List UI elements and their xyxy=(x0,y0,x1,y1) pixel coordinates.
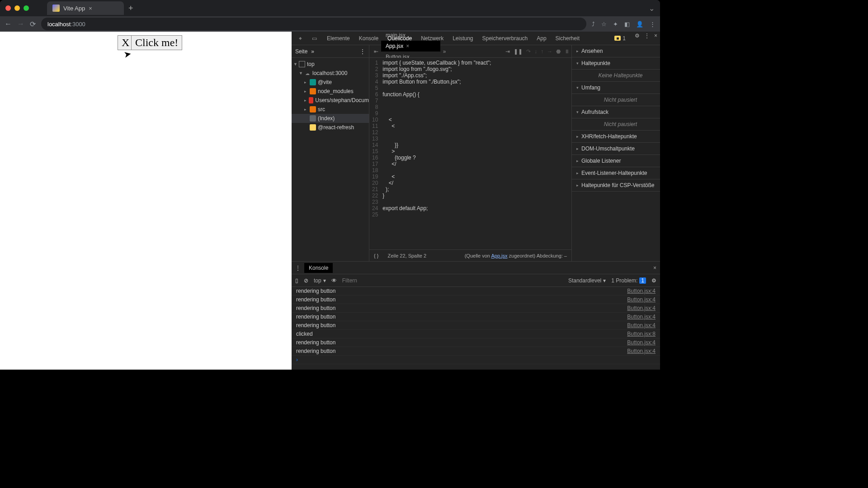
file-tab[interactable]: main.jsx xyxy=(381,30,440,41)
file-tree: ▼top ▼localhost:3000 ▸@vite ▸node_module… xyxy=(292,58,369,261)
extensions-icon[interactable]: ✦ xyxy=(613,21,618,28)
close-devtools-icon[interactable]: × xyxy=(654,33,657,44)
devtools-tab-elemente[interactable]: Elemente xyxy=(322,33,354,44)
tree-folder[interactable]: ▸Users/stephan/Docum xyxy=(292,96,369,105)
click-me-button[interactable]: Click me! xyxy=(131,35,182,50)
console-filter-input[interactable] xyxy=(342,277,563,284)
profile-icon[interactable]: 👤 xyxy=(636,21,643,28)
devtools-tab-app[interactable]: App xyxy=(532,33,551,44)
event-listener-breakpoints-section[interactable]: ▸Event-Listener-Haltepunkte xyxy=(572,167,660,179)
tree-host[interactable]: ▼localhost:3000 xyxy=(292,69,369,78)
inspect-icon[interactable]: ⌖ xyxy=(294,33,307,44)
navigator-head: Seite » ⋮ xyxy=(292,45,369,58)
not-paused-label: Nicht pausiert xyxy=(572,94,660,106)
address-bar[interactable]: localhost:3000 xyxy=(41,18,586,30)
devtools-tab-konsole[interactable]: Konsole xyxy=(354,33,383,44)
maximize-window-icon[interactable] xyxy=(24,5,29,11)
bookmark-icon[interactable]: ☆ xyxy=(601,21,607,28)
navigator-tab-page[interactable]: Seite xyxy=(295,48,307,55)
console-source-link[interactable]: Button.jsx:4 xyxy=(627,348,656,354)
more-icon[interactable]: ⋮ xyxy=(644,33,650,44)
step-icon[interactable]: → xyxy=(547,48,552,55)
more-file-tabs-icon[interactable]: » xyxy=(440,48,449,55)
toggle-debug-pane-icon[interactable]: ⇥ xyxy=(505,48,510,55)
cloud-icon xyxy=(304,70,311,76)
console-row: rendering buttonButton.jsx:4 xyxy=(292,338,660,347)
sidepanel-icon[interactable]: ◧ xyxy=(624,21,630,28)
back-button[interactable]: ← xyxy=(5,20,12,28)
console-source-link[interactable]: Button.jsx:4 xyxy=(627,305,656,311)
step-over-icon[interactable]: ↷ xyxy=(526,48,531,55)
browser-tab[interactable]: Vite App × xyxy=(47,1,124,15)
source-map-info: (Quelle von App.jsx zugeordnet) Abdeckun… xyxy=(465,253,567,258)
console-source-link[interactable]: Button.jsx:4 xyxy=(627,296,656,303)
console-tab[interactable]: Konsole xyxy=(304,263,333,273)
console-message: clicked xyxy=(296,331,627,337)
console-source-link[interactable]: Button.jsx:4 xyxy=(627,288,656,294)
navigator-menu-icon[interactable]: ⋮ xyxy=(360,48,365,55)
pause-icon[interactable]: ❚❚ xyxy=(514,48,523,55)
xhr-breakpoints-section[interactable]: ▸XHR/fetch-Haltepunkte xyxy=(572,131,660,143)
rendered-page: X Click me! ➤ xyxy=(0,32,292,370)
file-tab[interactable]: App.jsx × xyxy=(381,41,440,52)
log-level-selector[interactable]: Standardlevel ▾ xyxy=(568,277,606,284)
toggle-navigator-icon[interactable]: ⇤ xyxy=(371,48,381,55)
console-source-link[interactable]: Button.jsx:4 xyxy=(627,314,656,320)
menu-icon[interactable]: ⋮ xyxy=(650,21,656,28)
devtools-tab-leistung[interactable]: Leistung xyxy=(448,33,477,44)
forward-button[interactable]: → xyxy=(17,20,24,28)
close-tab-icon[interactable]: × xyxy=(89,5,92,12)
tree-folder[interactable]: ▸node_modules xyxy=(292,87,369,96)
console-settings-icon[interactable]: ⚙ xyxy=(651,277,656,284)
deactivate-breakpoints-icon[interactable]: ⬣ xyxy=(556,48,561,55)
watch-section[interactable]: ▸Ansehen xyxy=(572,45,660,57)
problems-link[interactable]: 1 Problem: 1 xyxy=(611,277,646,284)
code-editor[interactable]: 1234567891011121314151617181920212223242… xyxy=(369,58,571,249)
share-icon[interactable]: ⤴ xyxy=(592,21,595,28)
context-selector[interactable]: top ▾ xyxy=(314,277,326,284)
dom-breakpoints-section[interactable]: ▸DOM-Umschaltpunkte xyxy=(572,143,660,155)
step-out-icon[interactable]: ↑ xyxy=(541,48,543,55)
new-tab-button[interactable]: + xyxy=(128,4,133,13)
step-into-icon[interactable]: ↓ xyxy=(534,48,537,55)
chevron-down-icon: ▾ xyxy=(323,277,326,284)
devtools-tab-sicherheit[interactable]: Sicherheit xyxy=(551,33,584,44)
callstack-section[interactable]: ▾Aufrufstack xyxy=(572,106,660,118)
format-icon[interactable]: { } xyxy=(374,253,378,258)
navigator-more-tabs-icon[interactable]: » xyxy=(311,48,314,55)
settings-icon[interactable]: ⚙ xyxy=(635,33,640,44)
tree-folder[interactable]: ▸src xyxy=(292,105,369,114)
pause-exceptions-icon[interactable]: ⏸ xyxy=(564,48,570,55)
tree-file[interactable]: @react-refresh xyxy=(292,123,369,132)
clear-console-icon[interactable]: ⊘ xyxy=(304,277,308,284)
scope-section[interactable]: ▾Umfang xyxy=(572,82,660,94)
csp-breakpoints-section[interactable]: ▸Haltepunkte für CSP-Verstöße xyxy=(572,179,660,192)
reload-button[interactable]: ⟳ xyxy=(30,20,36,28)
console-source-link[interactable]: Button.jsx:4 xyxy=(627,339,656,346)
minimize-window-icon[interactable] xyxy=(14,5,20,11)
tab-dropdown-icon[interactable]: ⌄ xyxy=(649,4,655,13)
console-row: rendering buttonButton.jsx:4 xyxy=(292,304,660,313)
console-source-link[interactable]: Button.jsx:8 xyxy=(627,331,656,337)
close-drawer-icon[interactable]: × xyxy=(653,265,656,271)
global-listeners-section[interactable]: ▸Globale Listener xyxy=(572,155,660,167)
console-message: rendering button xyxy=(296,314,627,320)
console-prompt[interactable]: › xyxy=(292,356,660,364)
source-map-link[interactable]: App.jsx xyxy=(491,253,507,258)
issues-button[interactable]: ■1 xyxy=(610,33,630,44)
console-sidebar-icon[interactable]: ▯ xyxy=(295,277,298,284)
tree-folder[interactable]: ▸@vite xyxy=(292,78,369,87)
tree-top[interactable]: ▼top xyxy=(292,60,369,69)
close-file-icon[interactable]: × xyxy=(406,43,409,49)
problems-badge: 1 xyxy=(639,277,646,284)
close-window-icon[interactable] xyxy=(5,5,11,11)
live-expression-icon[interactable]: 👁 xyxy=(331,277,337,284)
console-row: clickedButton.jsx:8 xyxy=(292,330,660,338)
tree-file-index[interactable]: (Index) xyxy=(292,114,369,123)
breakpoints-section[interactable]: ▾Haltepunkte xyxy=(572,57,660,70)
devtools-tab-speicherverbrauch[interactable]: Speicherverbrauch xyxy=(478,33,533,44)
console-source-link[interactable]: Button.jsx:4 xyxy=(627,322,656,328)
url-host: localhost xyxy=(47,21,71,28)
drawer-menu-icon[interactable]: ⋮ xyxy=(295,265,304,271)
device-toggle-icon[interactable]: ▭ xyxy=(307,33,321,44)
